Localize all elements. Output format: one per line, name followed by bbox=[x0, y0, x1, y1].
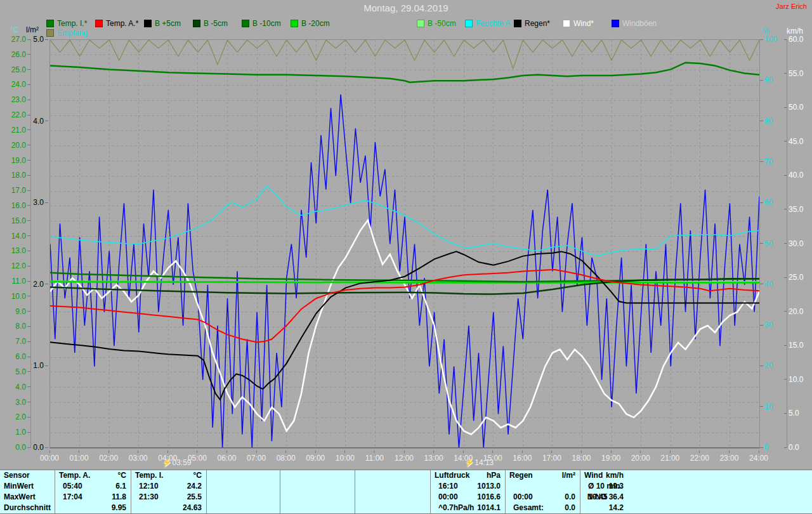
table-cell-row bbox=[506, 481, 580, 492]
axis-tick-label: 25.0 bbox=[784, 273, 811, 282]
legend-item: Temp. I.* bbox=[46, 20, 87, 27]
table-column-header: Temp. A.°C bbox=[55, 470, 131, 481]
table-cell-row bbox=[207, 503, 280, 513]
x-axis-label: 11:00 bbox=[365, 451, 384, 463]
plot-area[interactable] bbox=[49, 39, 760, 449]
legend-label: B -5cm bbox=[204, 19, 228, 28]
table-column-wind: Windkm/hØ 10 min.19.310:45N-NO 36.414.2 bbox=[580, 470, 809, 513]
legend-label: Feuchte A.* bbox=[476, 19, 515, 28]
axis-tick-label: 0.0 bbox=[784, 443, 811, 452]
table-row-label: Sensor bbox=[4, 470, 30, 481]
legend-label: Wind* bbox=[573, 19, 594, 28]
table-cell-row: 14.2 bbox=[580, 503, 809, 513]
table-column-header: LuftdruckhPa bbox=[431, 470, 506, 481]
table-cell-row bbox=[207, 492, 280, 503]
table-column-luftdruck: LuftdruckhPa16:101013.000:001016.6^0.7hP… bbox=[430, 470, 506, 513]
table-column-header: Temp. I.°C bbox=[131, 470, 207, 481]
axis-tick-label: 20.0 bbox=[784, 307, 811, 316]
axis-tick-label: 20.0 bbox=[1, 141, 30, 150]
legend-swatch bbox=[417, 20, 424, 27]
unit-label-kmh: km/h bbox=[787, 27, 803, 36]
x-axis-label: 00:00 bbox=[40, 451, 59, 463]
axis-tick-label: 60.0 bbox=[784, 35, 811, 44]
table-column bbox=[280, 470, 355, 513]
legend-item: B -10cm bbox=[242, 20, 281, 27]
axis-tick-label: 50.0 bbox=[784, 103, 811, 112]
axis-tick-label: 21.0 bbox=[1, 126, 30, 135]
table-cell-row: 16:101013.0 bbox=[431, 481, 506, 492]
x-axis-label: 21:00 bbox=[660, 451, 679, 463]
axis-tick-label: 5.0 bbox=[32, 35, 48, 44]
table-cell-row bbox=[280, 481, 355, 492]
table-cell-row: 9.95 bbox=[55, 503, 131, 513]
x-axis-label: 16:00 bbox=[513, 451, 532, 463]
legend-item: Wind* bbox=[563, 20, 594, 27]
axis-tick-label: 26.0 bbox=[1, 50, 30, 59]
table-cell-row: 24.63 bbox=[131, 503, 207, 513]
page-title: Montag, 29.04.2019 bbox=[0, 3, 812, 13]
legend-label: Empfang bbox=[57, 29, 88, 37]
axis-tick-label: 18.0 bbox=[1, 171, 30, 180]
x-axis-label: 19:00 bbox=[601, 451, 620, 463]
axis-tick-label: 10 bbox=[760, 402, 779, 411]
table-column-header bbox=[280, 470, 355, 481]
table-column-temp-i-: Temp. I.°C12:1024.221:3025.524.63 bbox=[131, 470, 207, 513]
x-axis-label: 09:00 bbox=[306, 451, 325, 463]
x-axis-label: 02:00 bbox=[99, 451, 118, 463]
table-cell-row: 21:3025.5 bbox=[131, 492, 207, 503]
legend-item: Empfang bbox=[46, 29, 88, 37]
x-axis-label: 08:00 bbox=[277, 451, 296, 463]
unit-label-celsius: °C bbox=[10, 25, 18, 34]
chart-canvas bbox=[50, 40, 759, 448]
axis-tick-label: 6.0 bbox=[1, 352, 30, 361]
axis-tick-label: 25.0 bbox=[1, 65, 30, 74]
table-cell-row bbox=[280, 492, 355, 503]
x-axis-label: 24:00 bbox=[749, 451, 768, 463]
axis-tick-label: 40.0 bbox=[784, 171, 811, 180]
axis-tick-label: 15.0 bbox=[1, 216, 30, 225]
axis-tick-label: 5.0 bbox=[784, 409, 811, 418]
table-column-header: Windkm/h bbox=[580, 470, 809, 481]
legend-swatch bbox=[563, 20, 570, 27]
axis-tick-label: 70 bbox=[760, 157, 779, 166]
axis-tick-label: 30 bbox=[760, 320, 779, 329]
table-cell-row: 00:001016.6 bbox=[431, 492, 506, 503]
table-cell-row: Ø 10 min.19.3 bbox=[580, 481, 809, 492]
axis-tick-label: 60 bbox=[760, 198, 779, 207]
table-cell-row: 10:45N-NO 36.4 bbox=[580, 492, 809, 503]
axis-tick-label: 90 bbox=[760, 76, 779, 84]
axis-tick-label: 10.0 bbox=[784, 375, 811, 384]
axis-tick-label: 2.0 bbox=[1, 412, 30, 421]
axis-tick-label: 2.0 bbox=[32, 280, 48, 289]
axis-tick-label: 1.0 bbox=[1, 428, 30, 437]
legend-swatch bbox=[291, 20, 298, 27]
table-column-regen: Regenl/m²00:000.0Gesamt:0.0 bbox=[505, 470, 580, 513]
axis-tick-label: 27.0 bbox=[1, 35, 30, 44]
table-column bbox=[355, 470, 431, 513]
unit-label-percent: % bbox=[763, 27, 769, 36]
lightning-marker-icon: ⚡ bbox=[464, 458, 474, 467]
table-cell-row: ^0.7hPa/h1014.1 bbox=[431, 503, 506, 513]
axis-tick-label: 3.0 bbox=[32, 198, 48, 207]
axis-tick-label: 9.0 bbox=[1, 307, 30, 316]
table-row-label: MinWert bbox=[4, 481, 34, 492]
table-column-header bbox=[355, 470, 431, 481]
axis-tick-label: 55.0 bbox=[784, 69, 811, 78]
celsius-axis-line bbox=[30, 39, 31, 448]
x-axis-label: 17:00 bbox=[542, 451, 561, 463]
legend-label: Regen* bbox=[525, 19, 550, 28]
axis-tick-label: 15.0 bbox=[784, 341, 811, 350]
legend-swatch bbox=[144, 20, 152, 27]
legend-swatch bbox=[95, 20, 103, 27]
table-row-label: MaxWert bbox=[4, 492, 36, 503]
axis-tick-label: 50 bbox=[760, 239, 779, 248]
legend-swatch bbox=[514, 20, 521, 27]
table-cell-row: Gesamt:0.0 bbox=[506, 503, 580, 513]
legend-swatch bbox=[465, 20, 473, 27]
legend-item: B +5cm bbox=[144, 20, 181, 27]
legend-item: Feuchte A.* bbox=[465, 20, 515, 27]
table-column-temp-a-: Temp. A.°C05:406.117:0411.89.95 bbox=[55, 470, 131, 513]
kmh-axis-line bbox=[787, 39, 787, 448]
event-marker-time: 03:59 bbox=[173, 458, 192, 467]
table-cell-row bbox=[355, 481, 431, 492]
